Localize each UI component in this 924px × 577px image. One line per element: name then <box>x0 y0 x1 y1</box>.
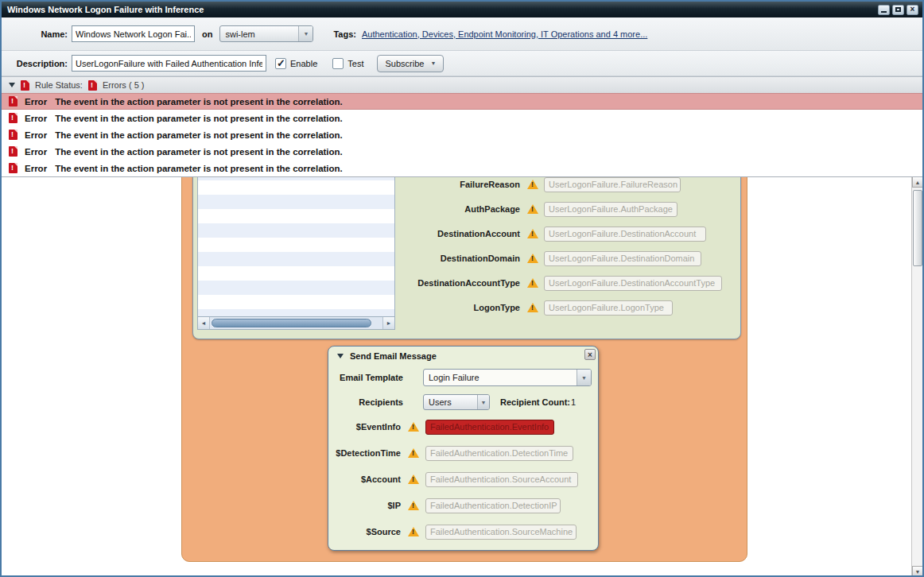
rule-status-label: Rule Status: <box>35 80 83 90</box>
scrollbar-thumb[interactable] <box>212 319 371 327</box>
chevron-down-icon[interactable]: ▼ <box>477 395 489 409</box>
collapse-icon[interactable] <box>337 354 344 358</box>
correlation-field-row: DestinationAccountType UserLogonFailure.… <box>399 275 722 291</box>
correlation-field-row: AuthPackage UserLogonFailure.AuthPackage <box>399 201 677 217</box>
error-row[interactable]: Error The event in the action parameter … <box>2 93 922 110</box>
warning-icon <box>408 527 419 536</box>
field-value-input[interactable]: FailedAuthentication.SourceMachine <box>425 525 577 540</box>
email-field-row: $DetectionTime FailedAuthentication.Dete… <box>318 445 573 461</box>
test-checkbox[interactable] <box>332 58 344 69</box>
description-input[interactable] <box>72 55 266 72</box>
error-message: The event in the action parameter is not… <box>55 114 343 123</box>
restore-icon <box>895 7 901 12</box>
correlation-field-row: LogonType UserLogonFailure.LogonType <box>399 300 673 316</box>
window-controls: × <box>878 5 922 15</box>
titlebar: Windows Network Logon Failure with Infer… <box>2 2 922 17</box>
field-value-input[interactable]: UserLogonFailure.AuthPackage <box>544 202 677 217</box>
field-label: FailureReason <box>399 180 520 189</box>
scrollbar-thumb[interactable] <box>913 190 922 266</box>
field-label: $DetectionTime <box>318 448 401 458</box>
correlation-field-row: FailureReason UserLogonFailure.FailureRe… <box>399 176 681 192</box>
scroll-right-icon[interactable]: ► <box>382 317 394 329</box>
field-value-input[interactable]: FailedAuthentication.SourceAccount <box>425 472 578 487</box>
on-label: on <box>202 29 212 39</box>
error-icon <box>88 80 97 91</box>
error-icon <box>9 146 17 157</box>
error-type: Error <box>25 147 47 157</box>
description-label: Description: <box>14 59 68 68</box>
error-message: The event in the action parameter is not… <box>55 147 343 157</box>
recipients-label: Recipients <box>328 397 403 407</box>
warning-icon <box>527 278 538 288</box>
field-label: $Source <box>318 527 401 536</box>
error-type: Error <box>25 97 47 106</box>
field-label: AuthPackage <box>399 204 520 214</box>
field-value-input[interactable]: UserLogonFailure.DestinationAccountType <box>544 276 722 291</box>
field-value-input[interactable]: UserLogonFailure.DestinationAccount <box>544 227 706 242</box>
field-value-input[interactable]: UserLogonFailure.LogonType <box>544 300 673 316</box>
field-value-input[interactable]: UserLogonFailure.FailureReason <box>544 177 681 192</box>
close-button[interactable]: × <box>907 5 918 15</box>
vertical-scrollbar[interactable]: ▲ ▼ <box>911 176 922 577</box>
field-label: DestinationAccountType <box>399 278 520 288</box>
email-template-value: Login Failure <box>424 373 577 382</box>
error-row[interactable]: Error The event in the action parameter … <box>2 160 922 176</box>
subscribe-button[interactable]: Subscribe ▼ <box>377 55 444 72</box>
restore-button[interactable] <box>892 5 904 15</box>
field-label: DestinationDomain <box>399 254 520 263</box>
error-row[interactable]: Error The event in the action parameter … <box>2 143 922 160</box>
scroll-up-icon[interactable]: ▲ <box>912 176 923 188</box>
send-email-header: Send Email Message <box>337 351 437 361</box>
email-template-label: Email Template <box>328 373 403 382</box>
chevron-down-icon[interactable]: ▼ <box>298 26 313 41</box>
panel-close-button[interactable]: × <box>584 349 596 360</box>
error-row[interactable]: Error The event in the action parameter … <box>2 110 922 126</box>
field-value-input[interactable]: FailedAuthentication.DetectionIP <box>425 498 561 513</box>
warning-icon <box>527 204 538 214</box>
warning-icon <box>527 254 538 263</box>
correlation-field-row: DestinationAccount UserLogonFailure.Dest… <box>399 226 706 242</box>
field-value-input[interactable]: FailedAuthentication.EventInfo <box>425 420 554 435</box>
recipients-value: Users <box>424 397 477 407</box>
field-label: $EventInfo <box>318 422 401 432</box>
horizontal-scrollbar[interactable]: ◄ ► <box>197 316 395 330</box>
send-email-title: Send Email Message <box>350 351 437 361</box>
scroll-left-icon[interactable]: ◄ <box>198 317 210 329</box>
recipient-count-value: 1 <box>571 397 576 407</box>
error-message: The event in the action parameter is not… <box>55 97 343 106</box>
minimize-button[interactable] <box>878 5 890 15</box>
collapse-icon[interactable] <box>9 83 15 87</box>
field-value-input[interactable]: FailedAuthentication.DetectionTime <box>425 446 573 461</box>
field-value-input[interactable]: UserLogonFailure.DestinationDomain <box>544 251 701 266</box>
error-row[interactable]: Error The event in the action parameter … <box>2 126 922 143</box>
error-icon <box>21 80 29 91</box>
warning-icon <box>408 501 419 510</box>
field-label: $IP <box>318 501 401 510</box>
error-message: The event in the action parameter is not… <box>55 164 343 173</box>
description-row: Description: Enable Test Subscribe ▼ <box>2 51 922 76</box>
warning-icon <box>527 180 538 189</box>
manager-dropdown[interactable]: swi-lem ▼ <box>219 25 313 42</box>
recipients-dropdown[interactable]: Users ▼ <box>423 394 490 410</box>
error-icon <box>9 113 17 123</box>
rule-editor-window: Windows Network Logon Failure with Infer… <box>0 0 924 577</box>
name-label: Name: <box>14 29 68 39</box>
email-field-row: $EventInfo FailedAuthentication.EventInf… <box>318 419 554 435</box>
tags-label: Tags: <box>333 29 356 39</box>
scroll-down-icon[interactable]: ▼ <box>912 566 923 577</box>
tags-link[interactable]: Authentication, Devices, Endpoint Monito… <box>362 29 647 39</box>
chevron-down-icon[interactable]: ▼ <box>577 370 591 385</box>
name-row: Name: on swi-lem ▼ Tags: Authentication,… <box>2 17 922 51</box>
enable-checkbox[interactable] <box>275 58 286 69</box>
error-icon <box>9 163 17 173</box>
rule-status-bar: Rule Status: Errors ( 5 ) <box>2 76 922 93</box>
email-field-row: $Source FailedAuthentication.SourceMachi… <box>318 524 577 540</box>
warning-icon <box>527 303 538 312</box>
name-input[interactable] <box>72 25 195 42</box>
email-template-dropdown[interactable]: Login Failure ▼ <box>423 369 592 386</box>
error-icon <box>9 96 17 106</box>
error-type: Error <box>25 164 47 173</box>
test-label: Test <box>347 59 363 68</box>
warning-icon <box>408 474 419 484</box>
chevron-down-icon: ▼ <box>430 60 436 66</box>
